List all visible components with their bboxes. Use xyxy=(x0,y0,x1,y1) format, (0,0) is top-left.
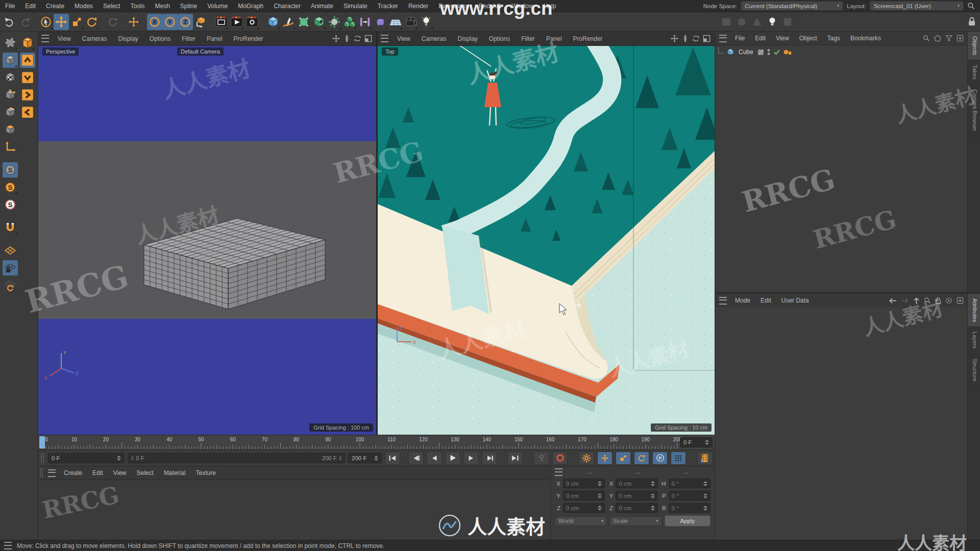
z-position-field[interactable]: 0 cm xyxy=(563,503,605,513)
menu-redshift[interactable]: Redshift xyxy=(474,0,506,12)
tab-content-browser[interactable]: Content Browser xyxy=(968,85,980,136)
move-tool[interactable] xyxy=(54,14,69,30)
menu-tools[interactable]: Tools xyxy=(125,0,150,12)
redo-button[interactable] xyxy=(17,14,33,30)
vp-menu-filter[interactable]: Filter xyxy=(176,35,201,42)
h-rotation-field[interactable]: 0 ° xyxy=(669,479,710,488)
mat-menu-edit[interactable]: Edit xyxy=(87,469,108,477)
menu-create[interactable]: Create xyxy=(41,0,69,12)
viewport-solo-single-button[interactable]: S xyxy=(3,180,18,195)
z-axis-lock-button[interactable]: Z xyxy=(178,14,193,30)
previous-key-button[interactable] xyxy=(408,452,424,465)
lattice-deformer-button[interactable] xyxy=(327,14,342,30)
mat-menu-create[interactable]: Create xyxy=(59,469,87,477)
render-settings-button[interactable] xyxy=(244,14,260,30)
vp-menu-panel[interactable]: Panel xyxy=(541,35,568,42)
mat-menu-material[interactable]: Material xyxy=(159,469,191,477)
subdivision-surface-button[interactable] xyxy=(296,14,311,30)
search-icon[interactable] xyxy=(967,2,975,10)
toolbar-lock[interactable] xyxy=(968,16,976,27)
mat-menu-select[interactable]: Select xyxy=(132,469,159,477)
menu-animate[interactable]: Animate xyxy=(306,0,338,12)
menu-simulate[interactable]: Simulate xyxy=(338,0,373,12)
autokeying-button[interactable] xyxy=(552,452,568,465)
axis-mode-button[interactable] xyxy=(3,139,18,155)
scale-tool[interactable] xyxy=(69,14,84,30)
vp-menu-options[interactable]: Options xyxy=(483,35,516,42)
attr-menu-edit[interactable]: Edit xyxy=(755,297,776,304)
z-size-field[interactable]: 0 cm xyxy=(616,503,657,513)
timeline-ruler[interactable]: 0102030405060708090100110120130140150160… xyxy=(38,435,715,450)
timeline-frame-field[interactable]: 0 F xyxy=(680,437,713,447)
phong-tag-icon[interactable] xyxy=(783,48,792,56)
previous-frame-button[interactable] xyxy=(427,452,442,465)
layout-dropdown[interactable]: Screencast_01 (User) ▾ xyxy=(870,1,964,11)
pan-icon[interactable] xyxy=(671,35,678,42)
end-frame-field[interactable]: 200 F xyxy=(348,453,382,463)
record-scale-button[interactable] xyxy=(616,452,631,465)
ghost-icon-1[interactable] xyxy=(719,14,734,30)
x-size-field[interactable]: 0 cm xyxy=(616,479,657,488)
rotate-tool[interactable] xyxy=(84,14,100,30)
p-rotation-field[interactable]: 0 ° xyxy=(669,491,710,500)
play-button[interactable] xyxy=(445,452,460,465)
ghost-icon-2[interactable] xyxy=(734,14,749,30)
viewport-solo-off-button[interactable]: S xyxy=(3,162,18,178)
om-menu-tags[interactable]: Tags xyxy=(822,35,845,42)
tab-structure[interactable]: Structure xyxy=(968,354,980,387)
vp-menu-cameras[interactable]: Cameras xyxy=(77,35,113,42)
attribute-content[interactable] xyxy=(715,307,968,540)
menu-mograph[interactable]: MoGraph xyxy=(233,0,268,12)
tab-attributes[interactable]: Attributes xyxy=(968,294,980,327)
attr-menu-userdata[interactable]: User Data xyxy=(776,297,814,304)
lock-icon[interactable] xyxy=(935,297,941,304)
goto-start-button[interactable] xyxy=(385,452,400,465)
panel-menu-icon[interactable] xyxy=(48,469,56,477)
menu-edit[interactable]: Edit xyxy=(20,0,41,12)
menu-modes[interactable]: Modes xyxy=(69,0,98,12)
y-size-field[interactable]: 0 cm xyxy=(616,491,657,500)
coordinate-system-button[interactable] xyxy=(193,14,208,30)
record-parameter-button[interactable]: P xyxy=(652,452,668,465)
scale-mode-select[interactable]: Scale ▾ xyxy=(609,516,662,526)
vp-menu-cameras[interactable]: Cameras xyxy=(416,35,452,42)
vp-menu-display[interactable]: Display xyxy=(112,35,143,42)
camera-label[interactable]: Default Camera xyxy=(177,47,224,56)
menu-volume[interactable]: Volume xyxy=(202,0,233,12)
ghost-icon-4[interactable] xyxy=(780,14,795,30)
vp-menu-prorender[interactable]: ProRender xyxy=(568,35,608,42)
record-active-objects-button[interactable] xyxy=(534,452,549,465)
ghost-icon-3[interactable] xyxy=(749,14,765,30)
add-icon[interactable] xyxy=(957,35,964,42)
viewport-label[interactable]: Perspective xyxy=(42,47,79,56)
om-menu-object[interactable]: Object xyxy=(794,35,822,42)
panel-menu-icon[interactable] xyxy=(555,468,562,476)
y-position-field[interactable]: 0 cm xyxy=(563,491,605,500)
enabled-check-icon[interactable] xyxy=(773,48,780,56)
arrow-down-button[interactable] xyxy=(20,70,35,85)
array-button[interactable] xyxy=(342,14,357,30)
b-rotation-field[interactable]: 0 ° xyxy=(669,503,710,513)
volume-builder-button[interactable] xyxy=(373,14,388,30)
up-arrow-icon[interactable] xyxy=(913,297,920,305)
camera-button[interactable] xyxy=(403,14,419,30)
x-axis-lock-button[interactable]: X xyxy=(147,14,162,30)
top-viewport[interactable]: Z X Top Grid Spacing : 10 cm xyxy=(378,46,715,435)
mat-menu-texture[interactable]: Texture xyxy=(191,469,221,477)
record-position-button[interactable] xyxy=(597,452,612,465)
object-name[interactable]: Cube xyxy=(737,48,755,56)
y-axis-lock-button[interactable]: Y xyxy=(162,14,178,30)
om-menu-edit[interactable]: Edit xyxy=(750,35,771,42)
panel-menu-icon[interactable] xyxy=(719,35,727,42)
spinner[interactable] xyxy=(702,440,709,445)
live-selection-tool[interactable] xyxy=(38,14,54,30)
menu-extensions[interactable]: Extensions xyxy=(433,0,474,12)
last-tool-button[interactable] xyxy=(105,14,120,30)
vp-menu-options[interactable]: Options xyxy=(144,35,176,42)
floor-button[interactable] xyxy=(388,14,403,30)
path-filter-icon[interactable] xyxy=(934,35,941,42)
target-icon[interactable] xyxy=(945,297,952,304)
vp-menu-view[interactable]: View xyxy=(391,35,416,42)
object-list[interactable]: Cube xyxy=(715,45,968,292)
vp-menu-display[interactable]: Display xyxy=(452,35,483,42)
